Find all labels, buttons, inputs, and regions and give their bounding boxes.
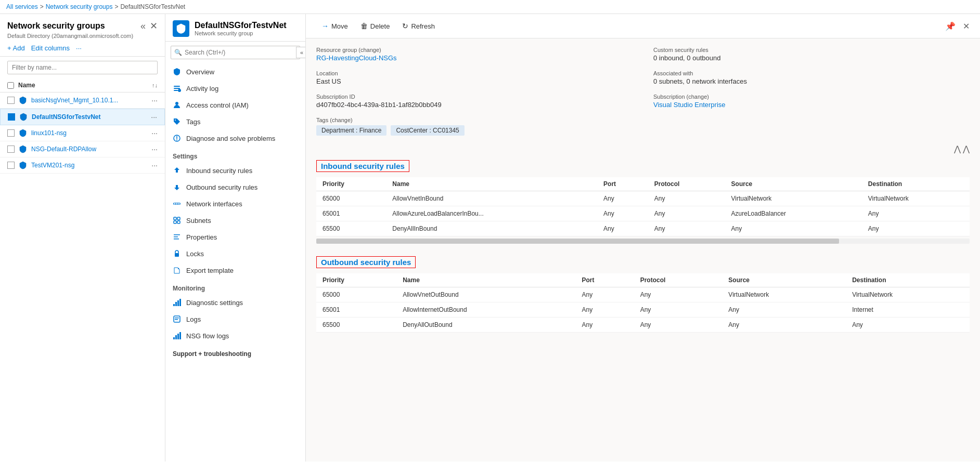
- nsg-flow-logs-icon: [173, 332, 181, 340]
- tags-label: Tags (change): [316, 117, 970, 123]
- item-checkbox[interactable]: [7, 97, 15, 104]
- custom-security-label: Custom security rules: [653, 47, 970, 53]
- svg-point-8: [174, 203, 176, 205]
- diagnose-icon: [173, 134, 181, 142]
- filter-input[interactable]: [7, 61, 158, 74]
- inbound-col-priority: Priority: [316, 177, 386, 191]
- item-more-icon[interactable]: ···: [151, 145, 158, 153]
- nav-overview-label: Overview: [186, 68, 214, 76]
- outbound-cell-name: AllowInternetOutBound: [396, 302, 575, 318]
- item-checkbox[interactable]: [7, 129, 15, 137]
- outbound-cell-source: Any: [722, 318, 846, 333]
- nav-item-logs[interactable]: Logs: [165, 311, 305, 327]
- list-item[interactable]: NSG-Default-RDPAllow ···: [0, 141, 165, 157]
- nav-item-tags[interactable]: Tags: [165, 113, 305, 130]
- list-item[interactable]: DefaultNSGforTestvNet ···: [0, 109, 165, 125]
- nav-item-access-control[interactable]: Access control (IAM): [165, 97, 305, 113]
- subscription-change-link[interactable]: (change): [687, 94, 709, 100]
- outbound-cell-source: VirtualNetwork: [722, 287, 846, 302]
- pin-icon[interactable]: 📌: [945, 21, 956, 31]
- item-checkbox[interactable]: [7, 162, 15, 169]
- breadcrumb-nsg[interactable]: Network security groups: [46, 3, 113, 10]
- nav-item-activity-log[interactable]: Activity log: [165, 80, 305, 97]
- table-row[interactable]: 65001AllowAzureLoadBalancerInBou...AnyAn…: [316, 206, 970, 221]
- inbound-cell-protocol: Any: [648, 206, 725, 221]
- nav-item-export-template[interactable]: Export template: [165, 262, 305, 279]
- outbound-cell-port: Any: [576, 302, 634, 318]
- subscription-value[interactable]: Visual Studio Enterprise: [653, 101, 970, 109]
- item-more-icon[interactable]: ···: [151, 161, 158, 169]
- nav-export-template-label: Export template: [186, 267, 234, 274]
- expand-icon[interactable]: ✕: [963, 21, 970, 31]
- nav-outbound-label: Outbound security rules: [186, 183, 257, 191]
- more-actions-button[interactable]: ···: [76, 44, 82, 52]
- move-button[interactable]: → Move: [316, 19, 353, 33]
- table-row[interactable]: 65000AllowVnetOutBoundAnyAnyVirtualNetwo…: [316, 287, 970, 302]
- nav-item-subnets[interactable]: Subnets: [165, 212, 305, 229]
- list-item[interactable]: basicNsgVnet_Mgmt_10.10.1... ···: [0, 93, 165, 109]
- subnets-icon: [173, 216, 181, 225]
- nav-item-nsg-flow-logs[interactable]: NSG flow logs: [165, 327, 305, 344]
- table-row[interactable]: 65001AllowInternetOutBoundAnyAnyAnyInter…: [316, 302, 970, 318]
- collapse-nav-button[interactable]: «: [296, 47, 306, 58]
- svg-rect-27: [175, 335, 177, 339]
- svg-rect-20: [175, 302, 177, 306]
- locks-icon: [173, 249, 181, 258]
- item-more-icon[interactable]: ···: [151, 113, 157, 121]
- inbound-rules-icon: [173, 166, 181, 175]
- add-button[interactable]: + Add: [7, 44, 25, 52]
- table-row[interactable]: 65500DenyAllInBoundAnyAnyAnyAny: [316, 221, 970, 236]
- nav-item-locks[interactable]: Locks: [165, 245, 305, 262]
- outbound-cell-priority: 65001: [316, 302, 396, 318]
- resource-group-change-link[interactable]: (change): [358, 47, 381, 53]
- svg-rect-17: [174, 239, 179, 240]
- edit-columns-button[interactable]: Edit columns: [31, 44, 70, 52]
- inbound-cell-protocol: Any: [648, 191, 725, 206]
- nav-search-input[interactable]: [171, 46, 300, 59]
- move-icon: →: [321, 22, 329, 30]
- nav-item-network-interfaces[interactable]: Network interfaces: [165, 195, 305, 212]
- custom-security-value: 0 inbound, 0 outbound: [653, 54, 970, 62]
- table-row[interactable]: 65000AllowVnetInBoundAnyAnyVirtualNetwor…: [316, 191, 970, 206]
- table-row[interactable]: 65500DenyAllOutBoundAnyAnyAnyAny: [316, 318, 970, 333]
- breadcrumb-all-services[interactable]: All services: [6, 3, 38, 10]
- monitoring-section-label: Monitoring: [165, 279, 305, 294]
- select-all-checkbox[interactable]: [7, 82, 14, 89]
- nav-item-outbound-rules[interactable]: Outbound security rules: [165, 179, 305, 195]
- delete-button[interactable]: 🗑 Delete: [355, 19, 395, 33]
- nav-item-overview[interactable]: Overview: [165, 63, 305, 80]
- collapse-panel-icon[interactable]: «: [140, 21, 146, 32]
- outbound-cell-priority: 65500: [316, 318, 396, 333]
- item-checkbox[interactable]: [7, 146, 15, 153]
- collapse-info-button[interactable]: ⋀ ⋀: [954, 144, 970, 154]
- nav-properties-label: Properties: [186, 233, 217, 241]
- item-name: TestVM201-nsg: [31, 162, 147, 169]
- item-more-icon[interactable]: ···: [151, 129, 158, 137]
- nav-diagnostic-label: Diagnostic settings: [186, 299, 243, 307]
- nav-item-diagnostic[interactable]: Diagnostic settings: [165, 294, 305, 311]
- item-checkbox[interactable]: [8, 113, 15, 121]
- svg-rect-15: [174, 234, 180, 235]
- tags-change-link[interactable]: (change): [330, 117, 352, 123]
- close-panel-icon[interactable]: ✕: [150, 20, 158, 32]
- location-value: East US: [316, 77, 633, 85]
- refresh-button[interactable]: ↻ Refresh: [397, 19, 440, 33]
- nav-diagnose-label: Diagnose and solve problems: [186, 135, 275, 142]
- nav-item-properties[interactable]: Properties: [165, 229, 305, 245]
- list-item[interactable]: TestVM201-nsg ···: [0, 157, 165, 174]
- inbound-cell-name: AllowAzureLoadBalancerInBou...: [386, 206, 597, 221]
- item-more-icon[interactable]: ···: [151, 96, 158, 104]
- list-item[interactable]: linux101-nsg ···: [0, 125, 165, 141]
- outbound-cell-destination: Internet: [846, 302, 970, 318]
- nav-item-inbound-rules[interactable]: Inbound security rules: [165, 162, 305, 179]
- nav-item-diagnose[interactable]: Diagnose and solve problems: [165, 130, 305, 147]
- svg-rect-11: [174, 217, 176, 220]
- resource-group-value[interactable]: RG-HavestingCloud-NSGs: [316, 54, 633, 62]
- item-name: NSG-Default-RDPAllow: [31, 146, 147, 153]
- svg-rect-29: [179, 332, 181, 339]
- svg-rect-25: [175, 319, 178, 320]
- inbound-cell-protocol: Any: [648, 221, 725, 236]
- inbound-cell-source: Any: [725, 221, 862, 236]
- inbound-scrollbar[interactable]: [316, 239, 970, 244]
- sort-icon[interactable]: ↑↓: [152, 82, 158, 88]
